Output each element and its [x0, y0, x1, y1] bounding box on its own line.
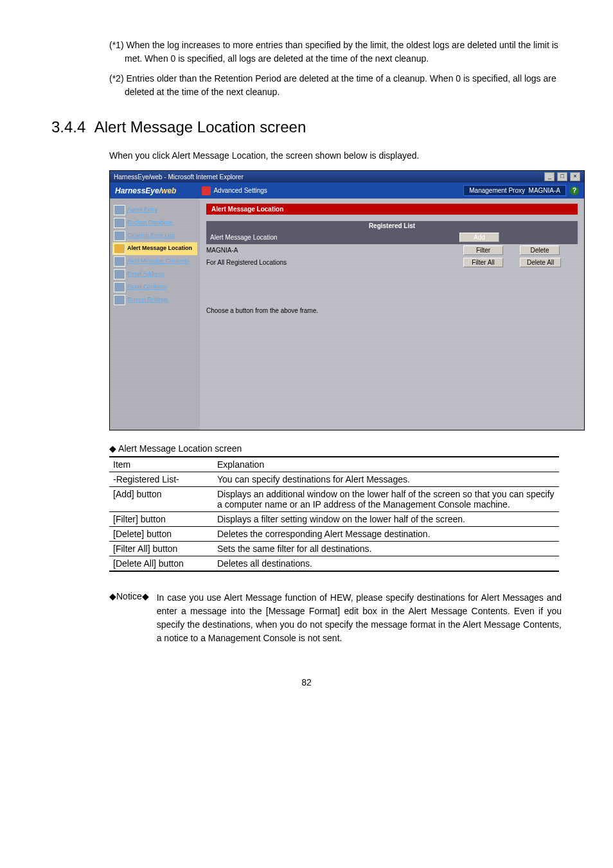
sidebar: Agent Entry Backup Database Cleanup Erro…: [110, 199, 200, 430]
sidebar-item-email-address[interactable]: Email Address: [112, 268, 197, 281]
mgmt-proxy-label: Management Proxy: [469, 187, 525, 194]
cell-explanation: Sets the same filter for all destination…: [213, 542, 559, 556]
add-button[interactable]: Add: [459, 233, 499, 242]
note-1: (*1) When the log increases to more entr…: [109, 39, 562, 66]
section-title: Alert Message Location screen: [94, 118, 306, 136]
notice-text: In case you use Alert Message function o…: [157, 591, 562, 645]
page-number: 82: [51, 677, 562, 687]
table-row: -Registered List-You can specify destina…: [109, 472, 559, 487]
cell-item: [Delete] button: [109, 527, 213, 542]
sidebar-item-cleanup-error-log[interactable]: Cleanup Error Log: [112, 229, 197, 242]
embedded-screenshot: HarnessEye/web - Microsoft Internet Expl…: [109, 170, 585, 430]
sidebar-item-label: Alert Message Contents: [127, 258, 189, 265]
sidebar-item-label: Email Address: [127, 271, 164, 278]
th-item: Item: [109, 457, 213, 472]
cell-explanation: Displays a filter setting window on the …: [213, 512, 559, 527]
sidebar-item-label: Backup Database: [127, 220, 173, 226]
main-panel-title: Alert Message Location: [206, 204, 578, 215]
app-logo: HarnessEye/web: [115, 186, 176, 195]
sidebar-item-label: Agent Entry: [127, 207, 157, 213]
window-controls: _ □ ×: [544, 172, 580, 181]
minimize-icon[interactable]: _: [544, 172, 555, 181]
cell-item: [Add] button: [109, 487, 213, 512]
section-number: 3.4.4: [51, 118, 85, 136]
pencil-icon: [114, 205, 125, 215]
row-label: Alert Message Location: [210, 234, 454, 241]
filter-all-button[interactable]: Filter All: [463, 258, 503, 267]
row-label: MAGNIA-A: [206, 247, 458, 254]
window-title: HarnessEye/web - Microsoft Internet Expl…: [114, 173, 244, 181]
row-all: For All Registered Locations Filter All …: [206, 256, 578, 269]
sidebar-item-email-contents[interactable]: Email Contents: [112, 281, 197, 294]
th-explanation: Explanation: [213, 457, 559, 472]
table-row: [Delete] buttonDeletes the corresponding…: [109, 527, 559, 542]
cell-item: [Filter] button: [109, 512, 213, 527]
management-proxy: Management Proxy MAGNIA-A ?: [463, 185, 579, 196]
sidebar-item-agent-entry[interactable]: Agent Entry: [112, 204, 197, 217]
delete-all-button[interactable]: Delete All: [520, 258, 561, 267]
advanced-settings[interactable]: Advanced Settings: [202, 186, 463, 195]
delete-button[interactable]: Delete: [520, 245, 560, 255]
sidebar-item-screen-settings[interactable]: Screen Settings: [112, 294, 197, 306]
mail-icon: [114, 269, 125, 279]
table-row: [Delete All] buttonDeletes all destinati…: [109, 556, 559, 572]
table-caption: ◆ Alert Message Location screen: [109, 443, 562, 454]
broom-icon: [114, 231, 125, 241]
sidebar-item-backup-database[interactable]: Backup Database: [112, 217, 197, 229]
sidebar-item-label: Alert Message Location: [127, 245, 192, 252]
mail-icon: [114, 282, 125, 292]
window-titlebar: HarnessEye/web - Microsoft Internet Expl…: [110, 171, 584, 182]
notice-block: ◆Notice◆ In case you use Alert Message f…: [109, 591, 562, 645]
explanation-table: Item Explanation -Registered List-You ca…: [109, 456, 559, 572]
cell-explanation: You can specify destinations for Alert M…: [213, 472, 559, 487]
row-add: Alert Message Location Add: [206, 231, 578, 244]
cell-item: [Delete All] button: [109, 556, 213, 572]
logo-web: web: [161, 186, 176, 195]
alert-icon: [114, 244, 125, 254]
database-icon: [114, 218, 125, 228]
cell-item: [Filter All] button: [109, 542, 213, 556]
main-area: Alert Message Location Registered List A…: [200, 199, 584, 430]
sidebar-item-label: Cleanup Error Log: [127, 233, 175, 239]
table-row: [Filter All] buttonSets the same filter …: [109, 542, 559, 556]
table-row: [Add] buttonDisplays an additional windo…: [109, 487, 559, 512]
maximize-icon[interactable]: □: [557, 172, 567, 181]
notice-label: ◆Notice◆: [109, 591, 149, 645]
sidebar-item-alert-message-location[interactable]: Alert Message Location: [112, 242, 197, 255]
advanced-settings-label: Advanced Settings: [213, 187, 267, 194]
cell-explanation: Deletes all destinations.: [213, 556, 559, 572]
alert-icon: [114, 256, 125, 267]
sidebar-item-alert-message-contents[interactable]: Alert Message Contents: [112, 255, 197, 268]
app-header: HarnessEye/web Advanced Settings Managem…: [110, 182, 584, 199]
close-icon[interactable]: ×: [570, 172, 580, 181]
sidebar-item-label: Screen Settings: [127, 297, 168, 303]
note-2: (*2) Entries older than the Retention Pe…: [109, 72, 562, 99]
section-heading: 3.4.4 Alert Message Location screen: [51, 118, 562, 136]
intro-paragraph: When you click Alert Message Location, t…: [109, 149, 562, 163]
monitor-icon: [114, 295, 125, 305]
logo-main: HarnessEye: [115, 186, 159, 195]
help-icon[interactable]: ?: [570, 186, 579, 195]
cell-explanation: Deletes the corresponding Alert Message …: [213, 527, 559, 542]
cell-item: -Registered List-: [109, 472, 213, 487]
table-row: [Filter] buttonDisplays a filter setting…: [109, 512, 559, 527]
registered-list-header: Registered List: [206, 221, 578, 231]
tool-icon: [202, 186, 211, 195]
cell-explanation: Displays an additional window on the low…: [213, 487, 559, 512]
mgmt-proxy-value: MAGNIA-A: [529, 187, 560, 194]
filter-button[interactable]: Filter: [463, 245, 503, 255]
sidebar-item-label: Email Contents: [127, 284, 166, 290]
row-entry: MAGNIA-A Filter Delete: [206, 244, 578, 256]
hint-text: Choose a button from the above frame.: [206, 307, 578, 314]
row-label: For All Registered Locations: [206, 259, 458, 266]
